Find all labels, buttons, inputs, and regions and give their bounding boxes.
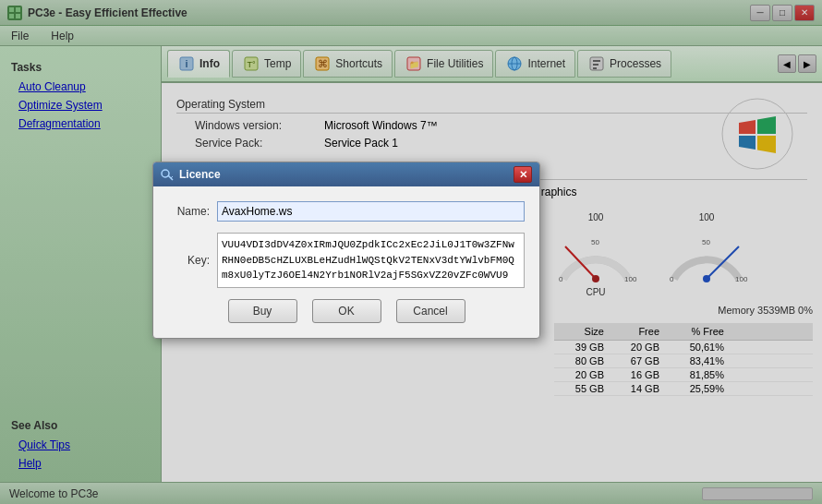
licence-dialog: Licence ✕ Name: Key: VUU4VDI3dDV4Z0xIRmJ…	[152, 162, 540, 339]
svg-line-31	[168, 175, 173, 180]
licence-key-icon	[161, 168, 174, 181]
name-row: Name:	[168, 201, 525, 222]
buy-button[interactable]: Buy	[228, 299, 297, 323]
cancel-button[interactable]: Cancel	[396, 299, 465, 323]
name-label: Name:	[168, 205, 210, 218]
key-row: Key: VUU4VDI3dDV4Z0xIRmJQU0ZpdkICc2xEc2J…	[168, 233, 525, 288]
ok-button[interactable]: OK	[312, 299, 381, 323]
name-input[interactable]	[217, 201, 525, 222]
key-input[interactable]: VUU4VDI3dDV4Z0xIRmJQU0ZpdkICc2xEc2JiL0J1…	[217, 233, 525, 288]
licence-titlebar: Licence ✕	[153, 162, 539, 186]
licence-close-button[interactable]: ✕	[514, 166, 532, 183]
overlay: Licence ✕ Name: Key: VUU4VDI3dDV4Z0xIRmJ…	[0, 0, 822, 504]
svg-line-32	[171, 176, 173, 178]
licence-buttons: Buy OK Cancel	[168, 299, 525, 323]
licence-title-text: Licence	[179, 168, 221, 181]
licence-titlebar-left: Licence	[161, 168, 221, 181]
licence-body: Name: Key: VUU4VDI3dDV4Z0xIRmJQU0ZpdkICc…	[153, 186, 539, 338]
key-label: Key:	[168, 254, 210, 267]
